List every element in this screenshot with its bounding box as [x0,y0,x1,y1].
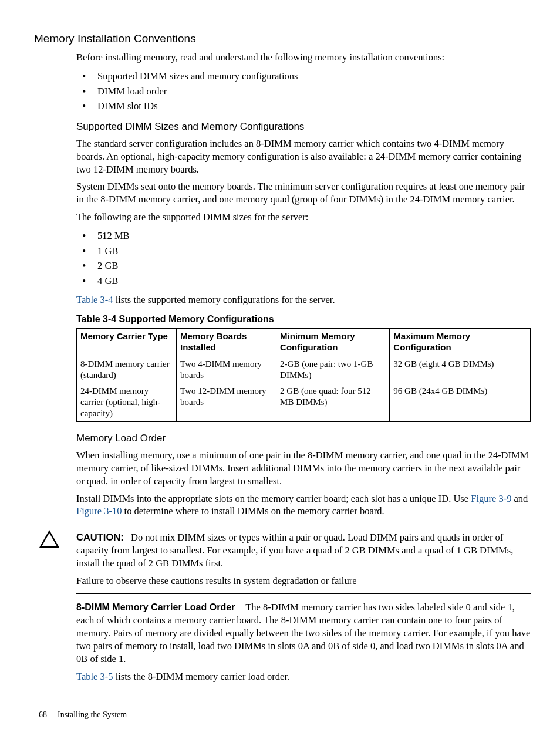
table-header-row: Memory Carrier Type Memory Boards Instal… [77,329,531,356]
cell: 8-DIMM memory carrier (standard) [77,356,177,383]
subsection-heading-load-order: Memory Load Order [76,433,531,444]
figure-3-10-link[interactable]: Figure 3-10 [76,505,122,517]
intro-bullet-list: Supported DIMM sizes and memory configur… [76,69,531,114]
caution-triangle-icon [39,530,59,548]
body-text: When installing memory, use a minimum of… [76,449,531,488]
intro-paragraph: Before installing memory, read and under… [76,51,531,64]
table-3-5-link[interactable]: Table 3-5 [76,671,113,682]
text-span: lists the supported memory configuration… [113,294,335,305]
cell: Two 4-DIMM memory boards [177,356,276,383]
text-span: lists the 8-DIMM memory carrier load ord… [113,671,290,682]
page-footer: 68Installing the System [39,710,127,720]
col-header: Memory Carrier Type [77,329,177,356]
dimm-sizes-list: 512 MB 1 GB 2 GB 4 GB [76,228,531,288]
col-header: Minimum Memory Configuration [276,329,390,356]
inline-heading-8dimm: 8-DIMM Memory Carrier Load Order [76,602,235,612]
table-caption: Table 3-4 Supported Memory Configuration… [76,314,531,325]
cell: 2-GB (one pair: two 1-GB DIMMs) [276,356,390,383]
figure-3-9-link[interactable]: Figure 3-9 [471,493,511,504]
supported-memory-config-table: Memory Carrier Type Memory Boards Instal… [76,328,531,421]
list-item: 4 GB [76,274,531,289]
caution-text: Do not mix DIMM sizes or types within a … [76,532,513,569]
page-number: 68 [39,710,47,719]
cell: 32 GB (eight 4 GB DIMMs) [390,356,531,383]
body-text: Install DIMMs into the appropriate slots… [76,492,531,518]
body-text: The standard server configuration includ… [76,137,531,176]
cell: 24-DIMM memory carrier (optional, high-c… [77,383,177,421]
body-text: Table 3-4 lists the supported memory con… [76,293,531,306]
text-span: and [511,493,528,504]
text-span: Install DIMMs into the appropriate slots… [76,493,471,504]
cell: 96 GB (24x4 GB DIMMs) [390,383,531,421]
table-3-4-link[interactable]: Table 3-4 [76,294,113,305]
table-row: 8-DIMM memory carrier (standard) Two 4-D… [77,356,531,383]
list-item: 1 GB [76,244,531,259]
footer-title: Installing the System [58,710,127,719]
list-item: DIMM slot IDs [76,99,531,114]
col-header: Memory Boards Installed [177,329,276,356]
caution-label: CAUTION: [76,532,124,542]
caution-paragraph: Failure to observe these cautions result… [76,575,531,588]
list-item: 2 GB [76,258,531,274]
body-text: The following are the supported DIMM siz… [76,211,531,224]
list-item: DIMM load order [76,84,531,99]
body-text: 8-DIMM Memory Carrier Load OrderThe 8-DI… [76,601,531,666]
section-heading: Memory Installation Conventions [34,32,531,45]
body-text: System DIMMs seat onto the memory boards… [76,180,531,206]
text-span: to determine where to install DIMMs on t… [122,505,384,517]
body-text: Table 3-5 lists the 8-DIMM memory carrie… [76,670,531,683]
list-item: 512 MB [76,228,531,244]
caution-paragraph: CAUTION: Do not mix DIMM sizes or types … [76,531,531,570]
col-header: Maximum Memory Configuration [390,329,531,356]
caution-block: CAUTION: Do not mix DIMM sizes or types … [76,526,531,594]
cell: Two 12-DIMM memory boards [177,383,276,421]
list-item: Supported DIMM sizes and memory configur… [76,69,531,84]
table-row: 24-DIMM memory carrier (optional, high-c… [77,383,531,421]
subsection-heading-supported: Supported DIMM Sizes and Memory Configur… [76,121,531,133]
cell: 2 GB (one quad: four 512 MB DIMMs) [276,383,390,421]
